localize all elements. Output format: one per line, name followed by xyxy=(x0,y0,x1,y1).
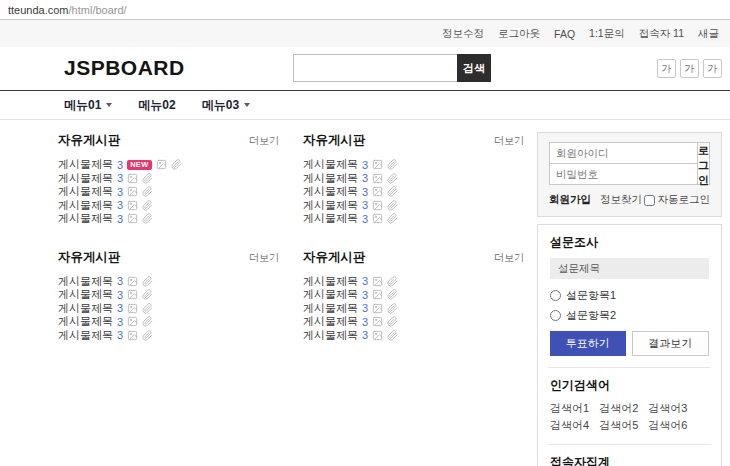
board-item: 게시물제목 3 NEW xyxy=(58,158,279,172)
survey-option-1[interactable]: 설문항목1 xyxy=(550,287,709,303)
photo-icon xyxy=(127,303,138,314)
board-more-link[interactable]: 더보기 xyxy=(249,251,279,265)
auto-login-checkbox[interactable] xyxy=(644,195,655,206)
board-box-4: 자유게시판 더보기 게시물제목 3 게시물제목 3 게시물제목 xyxy=(300,249,524,343)
auto-login-label[interactable]: 자동로그인 xyxy=(644,193,711,207)
board-more-link[interactable]: 더보기 xyxy=(249,134,279,148)
attachment-icon xyxy=(142,316,153,327)
site-header: JSPBOARD 검색 가 가 가 xyxy=(0,47,730,90)
sidebar-widgets: 설문조사 설문제목 설문항목1 설문항목2 투표하기 결과보기 인기검색어 xyxy=(537,224,722,466)
board-more-link[interactable]: 더보기 xyxy=(494,251,524,265)
attachment-icon xyxy=(387,316,398,327)
board-title: 자유게시판 xyxy=(303,249,366,266)
keyword-link[interactable]: 검색어2 xyxy=(599,401,638,416)
board-item: 게시물제목 3 xyxy=(303,212,524,226)
signup-link[interactable]: 회원가입 xyxy=(549,193,591,207)
utility-link-visitors[interactable]: 접속자 11 xyxy=(632,27,691,41)
login-id-input[interactable] xyxy=(549,142,698,164)
photo-icon xyxy=(127,316,138,327)
search-input[interactable] xyxy=(293,54,457,82)
keyword-link[interactable]: 검색어1 xyxy=(550,401,589,416)
board-item: 게시물제목 3 xyxy=(58,185,279,199)
comment-count: 3 xyxy=(117,213,123,225)
photo-icon xyxy=(156,159,167,170)
comment-count: 3 xyxy=(117,159,123,171)
board-item: 게시물제목 3 xyxy=(58,315,279,329)
board-item: 게시물제목 3 xyxy=(303,315,524,329)
photo-icon xyxy=(127,213,138,224)
board-item: 게시물제목 3 xyxy=(303,158,524,172)
find-info-link[interactable]: 정보찾기 xyxy=(600,193,642,207)
attachment-icon xyxy=(142,289,153,300)
post-title-link[interactable]: 게시물제목 xyxy=(303,211,358,226)
board-box-3: 자유게시판 더보기 게시물제목 3 게시물제목 3 게시물제목 xyxy=(55,249,279,343)
board-box-1: 자유게시판 더보기 게시물제목 3 NEW 게시물제목 3 xyxy=(55,132,279,226)
board-item: 게시물제목 3 xyxy=(58,329,279,343)
keyword-link[interactable]: 검색어4 xyxy=(550,418,589,433)
survey-option-radio[interactable] xyxy=(550,310,561,321)
menu-item-01[interactable]: 메뉴01 xyxy=(64,97,112,114)
comment-count: 3 xyxy=(362,159,368,171)
board-item: 게시물제목 3 xyxy=(303,275,524,289)
vote-button[interactable]: 투표하기 xyxy=(550,331,626,356)
attachment-icon xyxy=(387,303,398,314)
menu-item-03[interactable]: 메뉴03 xyxy=(202,97,250,114)
site-logo[interactable]: JSPBOARD xyxy=(64,56,185,80)
board-grid: 자유게시판 더보기 게시물제목 3 NEW 게시물제목 3 xyxy=(55,132,524,342)
comment-count: 3 xyxy=(117,329,123,341)
chevron-down-icon xyxy=(106,103,112,107)
font-size-button-small[interactable]: 가 xyxy=(657,59,676,78)
utility-link-faq[interactable]: FAQ xyxy=(547,28,582,40)
photo-icon xyxy=(372,213,383,224)
search-button[interactable]: 검색 xyxy=(457,54,491,82)
photo-icon xyxy=(127,173,138,184)
board-item: 게시물제목 3 xyxy=(58,199,279,213)
board-more-link[interactable]: 더보기 xyxy=(494,134,524,148)
address-bar[interactable]: tteunda.com/html/board/ xyxy=(0,0,730,19)
comment-count: 3 xyxy=(362,289,368,301)
login-button[interactable]: 로그인 xyxy=(698,142,710,185)
comment-count: 3 xyxy=(362,275,368,287)
keyword-link[interactable]: 검색어5 xyxy=(599,418,638,433)
font-size-button-large[interactable]: 가 xyxy=(703,59,722,78)
comment-count: 3 xyxy=(117,199,123,211)
post-title-link[interactable]: 게시물제목 xyxy=(58,211,113,226)
board-title: 자유게시판 xyxy=(58,249,121,266)
post-title-link[interactable]: 게시물제목 xyxy=(58,328,113,343)
utility-link-logout[interactable]: 로그아웃 xyxy=(491,27,547,41)
survey-option-radio[interactable] xyxy=(550,290,561,301)
result-button[interactable]: 결과보기 xyxy=(632,331,710,356)
attachment-icon xyxy=(387,200,398,211)
photo-icon xyxy=(127,276,138,287)
photo-icon xyxy=(372,159,383,170)
attachment-icon xyxy=(142,186,153,197)
attachment-icon xyxy=(387,330,398,341)
survey-option-label: 설문항목2 xyxy=(566,308,616,323)
utility-link-new-posts[interactable]: 새글 xyxy=(691,27,726,41)
survey-subject: 설문제목 xyxy=(550,258,709,279)
photo-icon xyxy=(372,289,383,300)
menu-item-label: 메뉴01 xyxy=(64,97,101,114)
utility-link-inquiry[interactable]: 1:1문의 xyxy=(582,27,632,41)
photo-icon xyxy=(372,200,383,211)
comment-count: 3 xyxy=(117,302,123,314)
login-password-input[interactable] xyxy=(549,163,698,185)
utility-link-edit-info[interactable]: 정보수정 xyxy=(435,27,491,41)
sidebar: 로그인 회원가입 정보찾기 자동로그인 설문조사 설문제목 설문항목1 xyxy=(537,132,722,466)
menu-item-02[interactable]: 메뉴02 xyxy=(138,97,175,114)
comment-count: 3 xyxy=(362,302,368,314)
comment-count: 3 xyxy=(362,172,368,184)
attachment-icon xyxy=(142,303,153,314)
survey-title: 설문조사 xyxy=(550,234,709,251)
post-title-link[interactable]: 게시물제목 xyxy=(303,328,358,343)
board-item: 게시물제목 3 xyxy=(58,275,279,289)
photo-icon xyxy=(372,186,383,197)
attachment-icon xyxy=(387,289,398,300)
keyword-link[interactable]: 검색어6 xyxy=(648,418,687,433)
popular-keywords-widget: 인기검색어 검색어1 검색어2 검색어3 검색어4 검색어5 검색어6 xyxy=(550,377,709,433)
keyword-link[interactable]: 검색어3 xyxy=(648,401,687,416)
survey-option-2[interactable]: 설문항목2 xyxy=(550,307,709,323)
photo-icon xyxy=(372,303,383,314)
font-size-button-medium[interactable]: 가 xyxy=(680,59,699,78)
board-item: 게시물제목 3 xyxy=(303,185,524,199)
